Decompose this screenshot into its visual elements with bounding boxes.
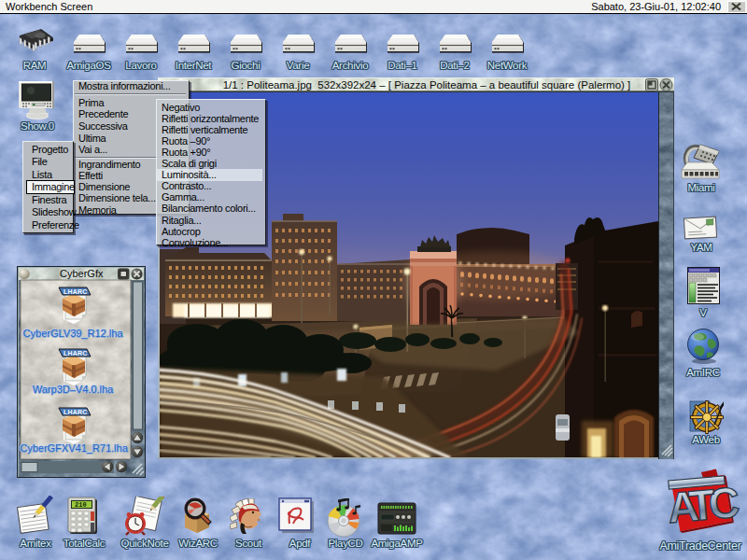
svg-text:CyberGfx: CyberGfx: [60, 268, 104, 279]
svg-text:210: 210: [75, 501, 87, 509]
